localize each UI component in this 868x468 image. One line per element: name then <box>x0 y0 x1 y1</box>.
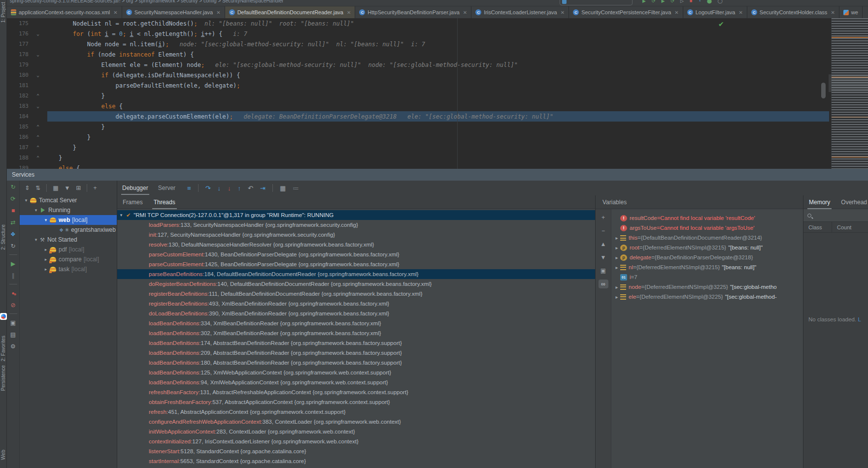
code-line[interactable]: 181 parseDefaultElement(ele, delegate); <box>7 80 868 91</box>
tab-memory[interactable]: Memory <box>803 195 835 209</box>
collapse-all-icon[interactable]: ⇅ <box>35 185 40 191</box>
tab-overhead[interactable]: Overhead <box>835 195 868 209</box>
add-watch-icon[interactable]: + <box>599 213 608 222</box>
frame-row[interactable]: parseCustomElement:1430, BeanDefinitionP… <box>117 250 595 259</box>
step-over-icon[interactable]: ↷ <box>205 185 211 192</box>
variable-expand-icon[interactable]: ▸ <box>613 235 620 241</box>
fold-marker-icon[interactable]: ⌃ <box>32 124 44 129</box>
resume-program-icon[interactable]: ▶ <box>9 259 18 268</box>
editor-tab[interactable]: CDefaultBeanDefinitionDocumentReader.jav… <box>225 6 356 18</box>
frame-row[interactable]: loadBeanDefinitions:180, AbstractBeanDef… <box>117 358 595 368</box>
tree-chevron-icon[interactable]: ▸ <box>42 267 49 272</box>
update-application-icon[interactable]: ⟳ <box>9 194 18 203</box>
tree-chevron-icon[interactable]: ▾ <box>42 218 49 222</box>
stop-icon[interactable]: ■ <box>690 0 692 3</box>
stop-icon[interactable]: ■ <box>9 206 18 215</box>
code-line[interactable]: 177 Node node = nl.item(i); node: "[sec:… <box>7 39 868 49</box>
help-icon[interactable]: ◯ <box>718 0 723 3</box>
tree-chevron-icon[interactable]: ▾ <box>23 198 30 203</box>
run-configuration-select[interactable] <box>560 0 633 5</box>
fold-marker-icon[interactable]: ⌃ <box>32 155 44 160</box>
code-line[interactable]: 180⌄ if (delegate.isDefaultNamespace(ele… <box>7 70 868 80</box>
tool-window-button-web[interactable]: Web <box>0 450 6 460</box>
frame-row[interactable]: loadParsers:133, SecurityNamespaceHandle… <box>117 220 595 230</box>
frame-row[interactable]: registerBeanDefinitions:493, XmlBeanDefi… <box>117 299 595 309</box>
close-icon[interactable]: ✕ <box>113 10 117 15</box>
variable-expand-icon[interactable]: ▸ <box>613 265 620 270</box>
browser-app-icon[interactable] <box>0 313 7 320</box>
step-into-icon[interactable]: ↓ <box>218 185 221 192</box>
memory-search-field[interactable] <box>803 209 868 222</box>
tree-row-compare[interactable]: ▸compare[local] <box>20 254 117 264</box>
tab-debugger[interactable]: Debugger <box>117 181 153 195</box>
fold-marker-icon[interactable]: ⌃ <box>32 93 44 98</box>
frame-row[interactable]: loadBeanDefinitions:94, XmlWebApplicatio… <box>117 377 595 387</box>
frame-row[interactable]: refreshBeanFactory:131, AbstractRefresha… <box>117 387 595 397</box>
tab-threads[interactable]: Threads <box>148 195 181 209</box>
fold-marker-icon[interactable]: ⌄ <box>32 165 44 169</box>
frame-row[interactable]: parseCustomElement:1425, BeanDefinitionP… <box>117 259 595 269</box>
pause-icon[interactable]: ∥ <box>9 271 18 280</box>
frame-row[interactable]: loadBeanDefinitions:302, XmlBeanDefiniti… <box>117 328 595 338</box>
code-line[interactable]: 175 NodeList nl = root.getChildNodes(); … <box>7 18 868 29</box>
tab-server[interactable]: Server <box>153 181 180 195</box>
tree-row-not-started[interactable]: ▾⚒Not Started <box>20 235 117 245</box>
variable-row-i[interactable]: 01i = 7 <box>611 272 803 282</box>
frame-row[interactable]: loadBeanDefinitions:334, XmlBeanDefiniti… <box>117 318 595 328</box>
variable-expand-icon[interactable]: ▸ <box>613 255 620 260</box>
close-icon[interactable]: ✕ <box>561 10 565 15</box>
variable-row-nl[interactable]: ▸nl = {DeferredElementNSImpl@3215}"[bean… <box>611 262 803 272</box>
variable-row-delegate[interactable]: ▸pdelegate = {BeanDefinitionParserDelega… <box>611 252 803 262</box>
tree-row-running[interactable]: ▾Running <box>20 205 117 215</box>
move-watch-down-icon[interactable]: ▼ <box>599 253 608 262</box>
editor-tab[interactable]: CSecurityNamespaceHandler.java✕ <box>122 6 225 18</box>
frame-row[interactable]: doLoadBeanDefinitions:390, XmlBeanDefini… <box>117 309 595 318</box>
tree-row-pdf[interactable]: ▸pdf[local] <box>20 245 117 254</box>
code-line[interactable]: 185⌃ } <box>7 122 868 132</box>
fold-marker-icon[interactable]: ⌃ <box>32 145 44 150</box>
layout-settings-icon[interactable]: ≔ <box>293 185 299 192</box>
close-icon[interactable]: ✕ <box>738 10 742 15</box>
editor-tab[interactable]: CSecurityContextPersistenceFilter.java✕ <box>569 6 683 18</box>
tool-window-button--project[interactable]: 1: Project <box>0 2 6 23</box>
frame-row[interactable]: loadBeanDefinitions:174, AbstractBeanDef… <box>117 338 595 348</box>
frame-row[interactable]: doRegisterBeanDefinitions:140, DefaultBe… <box>117 279 595 289</box>
rerun-icon[interactable]: ↻ <box>9 183 18 191</box>
expand-all-icon[interactable]: ⇕ <box>25 185 30 191</box>
close-icon[interactable]: ✕ <box>216 10 220 15</box>
frame-row[interactable]: listenerStart:5128, StandardContext {org… <box>117 446 595 456</box>
editor-tab[interactable]: CLogoutFilter.java✕ <box>683 6 747 18</box>
code-line[interactable]: 182⌃ } <box>7 91 868 101</box>
debug-icon[interactable]: ⟳ <box>652 0 656 3</box>
variable-row-ele[interactable]: ▸ele = {DeferredElementNSImpl@3225}"[sec… <box>611 292 803 302</box>
tree-chevron-icon[interactable]: ▾ <box>33 237 39 242</box>
fold-marker-icon[interactable]: ⌄ <box>32 103 44 109</box>
code-line[interactable]: 186⌃ } <box>7 132 868 142</box>
variable-row-resultCode[interactable]: !resultCode = Cannot find local variable… <box>611 213 803 223</box>
code-line[interactable]: 189⌄ else { <box>7 163 868 169</box>
variable-expand-icon[interactable]: ▸ <box>613 294 620 300</box>
tree-row-tomcat-server[interactable]: ▾Tomcat Server <box>20 195 117 205</box>
tree-chevron-icon[interactable]: ▸ <box>42 257 49 262</box>
code-minimap[interactable] <box>831 18 868 169</box>
thread-dump-icon[interactable]: ▣ <box>9 318 18 327</box>
code-line[interactable]: 179 Element ele = (Element) node; ele: "… <box>7 60 868 70</box>
tree-row-egrantshanxiweb[interactable]: ❖✳egrantshanxiweb <box>20 225 117 235</box>
view-breakpoints-icon[interactable]: ● <box>9 289 18 297</box>
variable-expand-icon[interactable]: ▸ <box>613 245 620 250</box>
close-icon[interactable]: ✕ <box>674 10 678 15</box>
fold-marker-icon[interactable]: ⌄ <box>32 72 44 78</box>
settings-icon[interactable]: ⚙ <box>9 342 18 350</box>
frame-row[interactable]: initWebApplicationContext:283, ContextLo… <box>117 427 595 437</box>
variable-row-root[interactable]: ▸proot = {DeferredElementNSImpl@3215}"[b… <box>611 243 803 252</box>
fold-marker-icon[interactable]: ⌄ <box>32 52 44 57</box>
inspection-ok-icon[interactable]: ✔ <box>718 20 724 28</box>
coverage-icon[interactable]: ▶ <box>661 0 665 3</box>
minimap-viewport[interactable] <box>829 74 868 92</box>
frame-row[interactable]: refresh:451, AbstractApplicationContext … <box>117 407 595 417</box>
tree-chevron-icon[interactable]: ▾ <box>33 208 39 213</box>
move-watch-up-icon[interactable]: ▲ <box>599 240 608 249</box>
close-icon[interactable]: ✕ <box>347 10 351 15</box>
new-frame-icon[interactable]: ⊞ <box>76 185 81 191</box>
search-everywhere-icon[interactable]: ◔ <box>698 0 701 3</box>
